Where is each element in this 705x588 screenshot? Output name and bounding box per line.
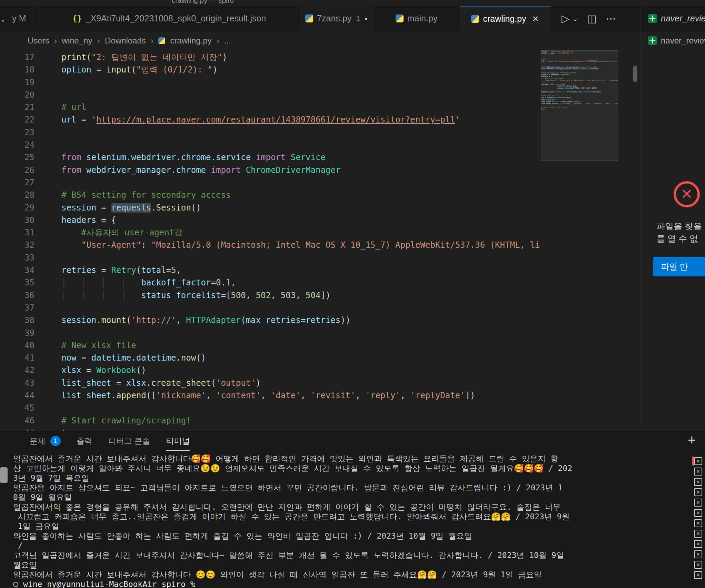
code-token: [286, 153, 290, 162]
breadcrumb-item[interactable]: naver_review_2: [661, 36, 705, 46]
terminal-decoration-icon[interactable]: ✕: [694, 561, 702, 569]
terminal-decoration-icon[interactable]: ✕: [694, 519, 702, 527]
python-icon: [396, 14, 404, 22]
code-line: 40# New xlsx file: [0, 339, 540, 352]
minimap-viewport[interactable]: [541, 50, 618, 161]
more-actions-button[interactable]: ⋯: [606, 13, 616, 24]
python-icon: [305, 14, 313, 22]
code-token: (: [86, 52, 91, 62]
code-token: ,: [261, 391, 271, 400]
terminal-decoration-icon[interactable]: ✕: [694, 530, 702, 538]
terminal-line: 일곱잔을 아지트 삼으셔도 되요~ 고객님들이 아지트로 느꼈으면 하면서 꾸민…: [13, 483, 688, 492]
code-token: =: [211, 278, 216, 287]
code-token: backoff_factor: [141, 278, 211, 287]
line-number: 27: [0, 176, 34, 189]
panel-tab-label: 문제: [30, 436, 46, 447]
terminal-decoration-icon[interactable]: ✕: [694, 571, 702, 579]
code-text: [34, 89, 61, 101]
panel-tab-[interactable]: 디버그 콘솔: [108, 431, 150, 451]
split-editor-button[interactable]: ◫: [587, 13, 597, 24]
tab-main-py[interactable]: main.py: [373, 6, 460, 31]
tab-naver-review[interactable]: naver_review_2: [641, 6, 705, 31]
terminal-decoration-icon[interactable]: ✕: [694, 468, 702, 476]
window-titlebar: crawling.py — spiro: [0, 0, 705, 6]
code-token: url: [61, 115, 76, 125]
panel-tab-label: 터미널: [166, 436, 190, 447]
code-token: :: [76, 428, 81, 431]
terminal-decoration-icon[interactable]: ✕: [694, 478, 702, 486]
code-text: try:: [34, 427, 81, 431]
line-number: 30: [0, 214, 34, 226]
tab-label: crawling.py: [483, 14, 526, 24]
tab-7zans-py[interactable]: 7zans.py1●: [300, 6, 373, 31]
code-line: 42xlsx = Workbook(): [0, 364, 540, 376]
terminal-decoration-icon[interactable]: ✕: [694, 499, 702, 507]
breadcrumb-item-[interactable]: ...: [224, 36, 231, 46]
code-token: :: [141, 240, 151, 250]
tab-partial-left[interactable]: y M: [0, 6, 39, 31]
run-dropdown-chevron-icon[interactable]: ⌄: [572, 15, 578, 22]
code-token: Retry: [111, 265, 136, 275]
code-line: 23: [0, 126, 540, 139]
code-line: 26from webdriver_manager.chrome import C…: [0, 164, 540, 176]
excel-icon: [648, 36, 657, 45]
tab-crawling-py[interactable]: crawling.py✕: [460, 6, 550, 31]
terminal-output[interactable]: 일곱잔에서 즐거운 시간 보내주셔서 감사합니다🥰🥰 어떻게 하면 합리적인 가…: [13, 454, 688, 588]
breadcrumb-item-users[interactable]: Users: [28, 36, 49, 46]
code-editor[interactable]: 17print("2: 답변이 없는 데이터만 저장")18option = i…: [0, 50, 640, 431]
new-terminal-button[interactable]: +: [688, 432, 696, 448]
line-number: 18: [0, 63, 34, 76]
code-text: xlsx = Workbook(): [34, 364, 146, 376]
breadcrumb-item-crawling-py[interactable]: crawling.py: [170, 36, 211, 46]
terminal-decoration-icon[interactable]: ✕: [694, 488, 702, 496]
line-number: 33: [0, 252, 34, 264]
code-token: ,: [400, 391, 410, 400]
close-icon[interactable]: ✕: [532, 14, 539, 24]
tab-label: y M: [12, 13, 26, 23]
create-file-button[interactable]: 파일 만: [653, 257, 705, 276]
code-text: [34, 176, 61, 189]
line-number: 19: [0, 76, 34, 89]
code-text: now = datetime.datetime.now(): [34, 352, 206, 364]
terminal-decoration-icon[interactable]: ✕: [694, 457, 702, 465]
terminal-line: /: [13, 541, 688, 550]
panel-tab-[interactable]: 출력: [77, 431, 92, 451]
minimap[interactable]: print("2: 답변이 없는 데이터만 저장")option = input…: [541, 50, 618, 264]
editor-scrollbar-thumb[interactable]: [633, 66, 637, 82]
code-token: 'date': [271, 391, 301, 400]
code-line: 24: [0, 139, 540, 151]
line-number: 29: [0, 202, 34, 214]
terminal-decoration-icon[interactable]: ✕: [694, 550, 702, 558]
code-token: ,: [246, 291, 256, 300]
code-text: headers = {: [34, 214, 116, 226]
panel-tab-[interactable]: 터미널: [166, 431, 190, 451]
code-token: 0.1: [216, 278, 231, 287]
file-error-line1: 파일을 찾을 수 없: [656, 220, 705, 232]
code-line: 45: [0, 402, 540, 414]
terminal-line: 1일 금요일: [13, 521, 688, 531]
tab-overflow-dot-icon: [2, 20, 4, 22]
panel-tab-[interactable]: 문제1: [30, 431, 61, 451]
code-token: .: [111, 391, 116, 400]
code-text: url = 'https://m.place.naver.com/restaur…: [34, 114, 460, 126]
breadcrumb-item-downloads[interactable]: Downloads: [105, 36, 146, 46]
code-token: HTTPAdapter: [186, 315, 241, 325]
code-token: =: [96, 265, 111, 275]
terminal-decoration-icon[interactable]: ✕: [694, 540, 702, 548]
code-token: input: [106, 65, 131, 75]
terminal-decoration-icon[interactable]: ✕: [694, 509, 702, 517]
python-icon: [158, 37, 165, 44]
code-token: ChromeDriverManager: [246, 165, 341, 175]
tab-x9ati7ult4-20231008-spk0-origin-result-json[interactable]: {}_X9Ati7ult4_20231008_spk0_origin_resul…: [39, 6, 300, 31]
run-python-file-button[interactable]: ▷: [562, 13, 569, 24]
code-token: (: [126, 315, 131, 325]
code-token: (): [136, 365, 146, 375]
code-token: 'reply': [365, 391, 400, 400]
code-token: ,: [176, 315, 186, 325]
line-number: 36: [0, 289, 34, 302]
code-token: list_sheet: [61, 378, 111, 388]
code-area[interactable]: 17print("2: 답변이 없는 데이터만 저장")18option = i…: [0, 51, 540, 431]
code-text: # url: [34, 101, 86, 114]
breadcrumb-item-wine-ny[interactable]: wine_ny: [62, 36, 92, 46]
command-decoration-icon: [13, 582, 18, 587]
